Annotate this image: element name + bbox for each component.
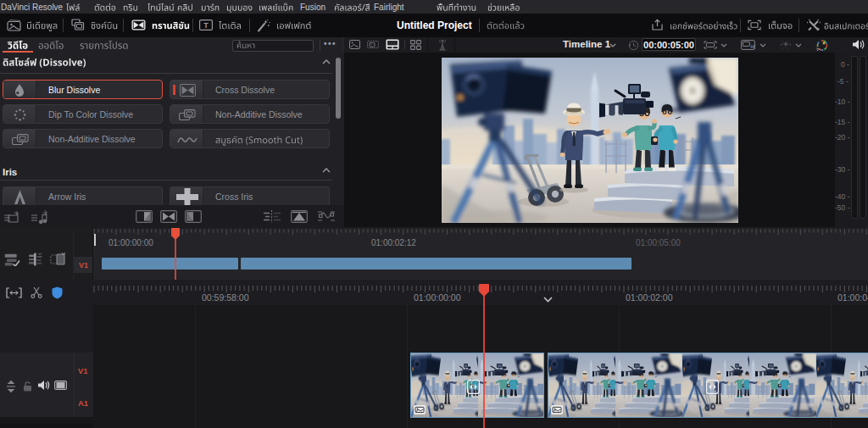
svg-text:T: T	[203, 21, 209, 30]
svg-text:HQ: HQ	[751, 45, 756, 49]
